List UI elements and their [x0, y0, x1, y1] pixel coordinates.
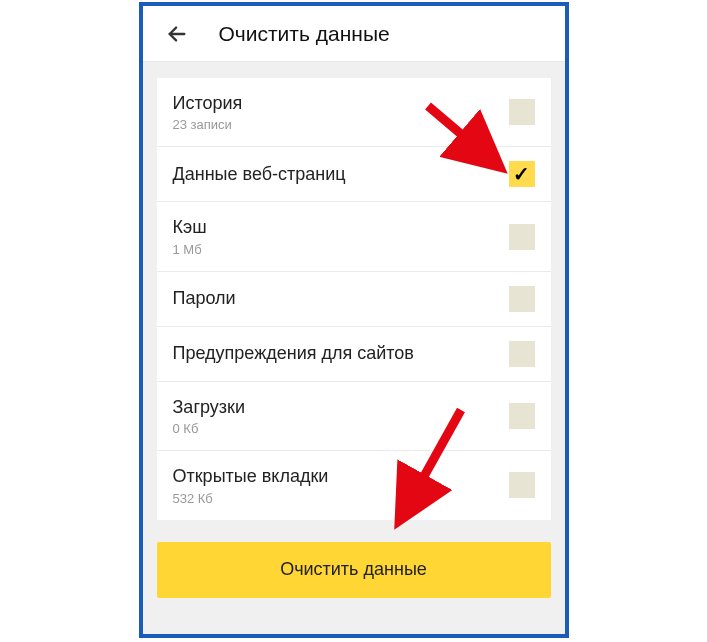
item-label: Кэш [173, 216, 207, 239]
list-item-cache[interactable]: Кэш 1 Мб [157, 202, 551, 271]
header: Очистить данные [143, 6, 565, 62]
checkbox-warnings[interactable] [509, 341, 535, 367]
item-sub: 0 Кб [173, 421, 245, 436]
back-arrow-icon [166, 23, 188, 45]
checkbox-cache[interactable] [509, 224, 535, 250]
page-title: Очистить данные [219, 22, 390, 46]
item-text: Открытые вкладки 532 Кб [173, 465, 329, 505]
item-label: Пароли [173, 287, 236, 310]
content: История 23 записи Данные веб-страниц ✓ К… [143, 62, 565, 634]
item-text: Данные веб-страниц [173, 163, 346, 186]
item-label: История [173, 92, 243, 115]
item-text: Загрузки 0 Кб [173, 396, 245, 436]
item-label: Загрузки [173, 396, 245, 419]
back-button[interactable] [159, 16, 195, 52]
list-item-passwords[interactable]: Пароли [157, 272, 551, 327]
item-label: Открытые вкладки [173, 465, 329, 488]
checkbox-webdata[interactable]: ✓ [509, 161, 535, 187]
checkbox-history[interactable] [509, 99, 535, 125]
list-item-webdata[interactable]: Данные веб-страниц ✓ [157, 147, 551, 202]
item-text: История 23 записи [173, 92, 243, 132]
list-item-downloads[interactable]: Загрузки 0 Кб [157, 382, 551, 451]
item-sub: 1 Мб [173, 242, 207, 257]
list-item-tabs[interactable]: Открытые вкладки 532 Кб [157, 451, 551, 519]
app-frame: Очистить данные История 23 записи Данные… [139, 2, 569, 638]
action-label: Очистить данные [280, 559, 427, 580]
clear-data-button[interactable]: Очистить данные [157, 542, 551, 598]
item-text: Пароли [173, 287, 236, 310]
list-item-history[interactable]: История 23 записи [157, 78, 551, 147]
list-item-warnings[interactable]: Предупреждения для сайтов [157, 327, 551, 382]
item-sub: 532 Кб [173, 491, 329, 506]
item-label: Данные веб-страниц [173, 163, 346, 186]
options-list: История 23 записи Данные веб-страниц ✓ К… [157, 78, 551, 520]
checkbox-passwords[interactable] [509, 286, 535, 312]
item-text: Предупреждения для сайтов [173, 342, 414, 365]
check-icon: ✓ [513, 164, 530, 184]
item-label: Предупреждения для сайтов [173, 342, 414, 365]
item-text: Кэш 1 Мб [173, 216, 207, 256]
checkbox-downloads[interactable] [509, 403, 535, 429]
checkbox-tabs[interactable] [509, 472, 535, 498]
item-sub: 23 записи [173, 117, 243, 132]
